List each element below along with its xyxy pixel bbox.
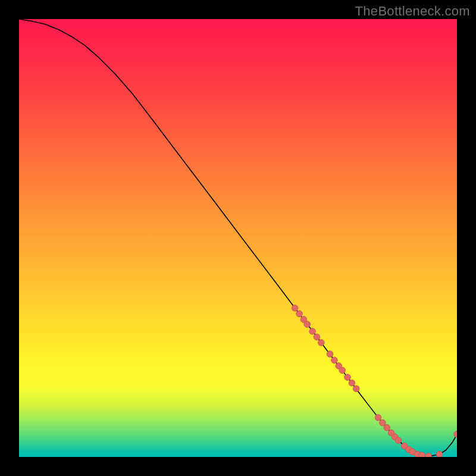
chart-stage: TheBottleneck.com [0,0,476,476]
svg-rect-0 [19,19,457,457]
plot-area [19,19,457,457]
plot-hit-area[interactable] [19,19,457,457]
watermark-text: TheBottleneck.com [355,4,470,19]
